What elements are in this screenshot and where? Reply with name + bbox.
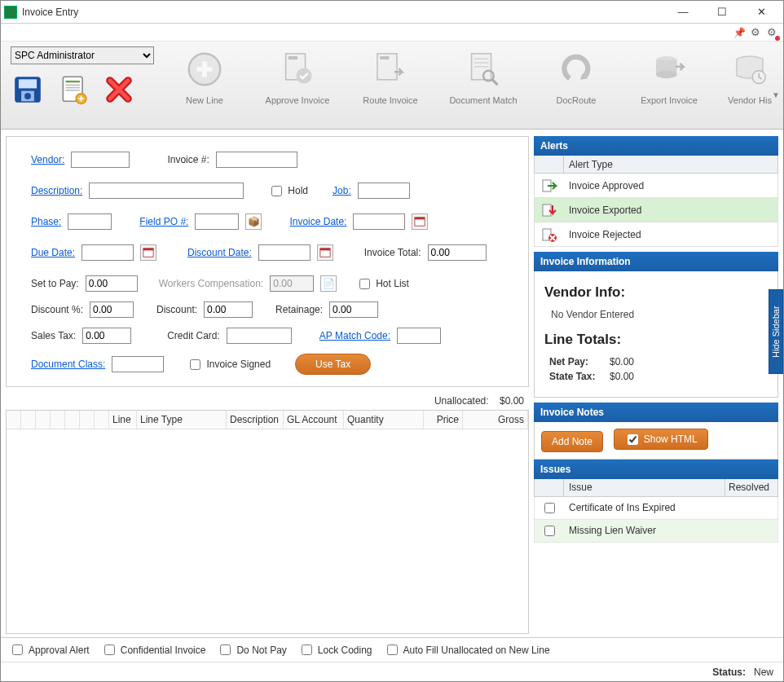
tool-new-line[interactable]: New Line (164, 46, 245, 105)
tool-document-match[interactable]: Document Match (443, 46, 524, 105)
issues-col-issue: Issue (564, 479, 725, 496)
confidential-invoice-checkbox[interactable]: Confidential Invoice (101, 642, 206, 658)
net-pay-label: Net Pay: (549, 356, 601, 367)
due-date-label[interactable]: Due Date: (31, 247, 75, 258)
due-date-input[interactable] (81, 244, 134, 261)
gear-icon[interactable]: ⚙ (749, 26, 762, 39)
approval-alert-checkbox[interactable]: Approval Alert (9, 642, 90, 658)
col-gross[interactable]: Gross (463, 411, 528, 429)
issue-row-cert[interactable]: Certificate of Ins Expired (534, 497, 778, 520)
hide-sidebar-toggle[interactable]: Hide Sidebar (769, 289, 783, 374)
doc-class-label[interactable]: Document Class: (31, 359, 105, 370)
discount-date-label[interactable]: Discount Date: (187, 247, 252, 258)
svg-rect-6 (66, 85, 80, 86)
right-column: Alerts Alert Type Invoice Approved Invoi… (534, 136, 778, 634)
new-invoice-icon[interactable] (56, 73, 90, 107)
tool-route-invoice[interactable]: Route Invoice (350, 46, 431, 105)
discount-pct-input[interactable] (90, 301, 134, 318)
app-icon (4, 6, 17, 19)
hold-checkbox[interactable]: Hold (268, 183, 308, 199)
doc-class-input[interactable] (112, 356, 164, 372)
save-icon[interactable] (11, 73, 45, 107)
tool-export-invoice[interactable]: Export Invoice (628, 46, 710, 105)
description-input[interactable] (89, 183, 244, 199)
discount-label: Discount: (156, 304, 197, 315)
field-po-input[interactable] (195, 213, 239, 230)
gear-alert-icon[interactable]: ⚙ (765, 26, 778, 39)
invoice-num-label: Invoice #: (167, 154, 209, 165)
svg-rect-29 (143, 249, 153, 251)
invoice-signed-checkbox[interactable]: Invoice Signed (187, 357, 271, 372)
ribbon: SPC Administrator New Line (1, 42, 783, 130)
col-linetype[interactable]: Line Type (137, 411, 227, 429)
invoice-total-input[interactable] (428, 244, 487, 261)
state-tax-label: State Tax: (549, 371, 601, 382)
credit-card-input[interactable] (227, 328, 292, 344)
user-select[interactable]: SPC Administrator (11, 46, 154, 64)
alert-row-exported[interactable]: Invoice Exported (534, 198, 778, 222)
phase-label[interactable]: Phase: (31, 216, 61, 227)
show-html-checkbox[interactable] (628, 434, 638, 445)
invoice-date-label[interactable]: Invoice Date: (289, 216, 346, 227)
issues-col-header: Issue Resolved (534, 479, 778, 497)
discount-input[interactable] (204, 301, 253, 318)
col-glaccount[interactable]: GL Account (284, 411, 344, 429)
col-line[interactable]: Line (109, 411, 137, 429)
show-html-toggle[interactable]: Show HTML (614, 429, 708, 450)
issue-row-lien[interactable]: Missing Lien Waiver (534, 520, 778, 543)
issue-checkbox[interactable] (544, 526, 555, 536)
tool-vendor-history[interactable]: Vendor His (721, 46, 778, 105)
auto-fill-checkbox[interactable]: Auto Fill Unallocated on New Line (384, 642, 550, 658)
field-po-label[interactable]: Field PO #: (139, 216, 188, 227)
ribbon-overflow-icon[interactable]: ▼ (772, 90, 780, 99)
maximize-button[interactable]: ☐ (710, 4, 734, 20)
tool-approve-invoice[interactable]: Approve Invoice (257, 46, 338, 105)
field-po-lookup-icon[interactable]: 📦 (245, 213, 262, 230)
svg-rect-7 (66, 87, 80, 89)
toolbar-pinbar: 📌 ⚙ ⚙ (1, 24, 783, 42)
svg-rect-27 (415, 218, 425, 220)
phase-input[interactable] (68, 213, 112, 230)
discount-date-calendar-icon[interactable] (317, 244, 333, 261)
minimize-button[interactable]: — (671, 4, 695, 20)
issue-checkbox[interactable] (544, 503, 555, 513)
workers-comp-note-icon[interactable]: 📄 (320, 275, 337, 292)
description-label[interactable]: Description: (31, 185, 82, 196)
invoice-notes-header: Invoice Notes (534, 403, 778, 422)
svg-rect-1 (19, 79, 37, 88)
job-label[interactable]: Job: (333, 185, 351, 196)
discount-date-input[interactable] (258, 244, 311, 261)
pin-icon[interactable]: 📌 (733, 26, 746, 39)
footer-options: Approval Alert Confidential Invoice Do N… (1, 637, 783, 662)
credit-card-label: Credit Card: (167, 330, 220, 341)
set-to-pay-input[interactable] (86, 275, 138, 292)
lock-coding-checkbox[interactable]: Lock Coding (298, 642, 372, 658)
tool-docroute[interactable]: DocRoute (535, 46, 617, 105)
alert-row-approved[interactable]: Invoice Approved (534, 174, 778, 198)
vendor-label[interactable]: Vendor: (31, 154, 64, 165)
hot-list-checkbox[interactable]: Hot List (356, 276, 409, 292)
sales-tax-input[interactable] (82, 328, 131, 344)
invoice-date-input[interactable] (353, 213, 405, 230)
sales-tax-label: Sales Tax: (31, 330, 76, 341)
add-note-button[interactable]: Add Note (541, 431, 603, 452)
close-button[interactable]: ✕ (749, 4, 773, 20)
unallocated-label: Unallocated: (434, 395, 489, 407)
col-quantity[interactable]: Quantity (344, 411, 424, 429)
vendor-info-text: No Vendor Entered (551, 309, 768, 320)
do-not-pay-checkbox[interactable]: Do Not Pay (217, 642, 286, 658)
use-tax-button[interactable]: Use Tax (295, 354, 371, 375)
retainage-input[interactable] (329, 301, 378, 318)
vendor-input[interactable] (71, 152, 130, 168)
col-price[interactable]: Price (424, 411, 463, 429)
alert-row-rejected[interactable]: Invoice Rejected (534, 222, 778, 247)
ap-match-label[interactable]: AP Match Code: (319, 330, 390, 341)
lines-grid[interactable]: Line Line Type Description GL Account Qu… (6, 410, 529, 634)
invoice-num-input[interactable] (216, 152, 297, 168)
col-description[interactable]: Description (227, 411, 284, 429)
job-input[interactable] (358, 183, 410, 199)
due-date-calendar-icon[interactable] (140, 244, 156, 261)
delete-icon[interactable] (102, 73, 136, 107)
invoice-date-calendar-icon[interactable] (412, 213, 428, 230)
ap-match-input[interactable] (397, 328, 441, 344)
